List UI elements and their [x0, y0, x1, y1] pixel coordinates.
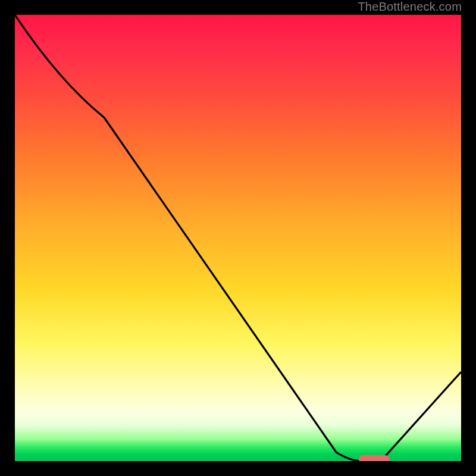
severity-gradient — [15, 15, 461, 461]
optimal-zone-marker — [359, 455, 390, 463]
watermark-text: TheBottleneck.com — [358, 0, 462, 14]
plot-area — [13, 13, 463, 463]
bottleneck-chart: TheBottleneck.com — [0, 0, 476, 476]
